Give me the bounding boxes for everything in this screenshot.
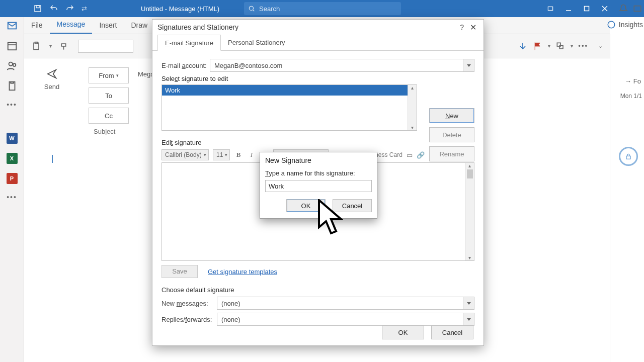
tab-draw[interactable]: Draw <box>124 17 154 34</box>
dialog-title: Signatures and Stationery <box>157 23 238 31</box>
signature-item-selected[interactable]: Work <box>162 85 417 96</box>
choose-default-label: Choose default signature <box>162 286 474 294</box>
to-button[interactable]: To <box>89 87 129 104</box>
email-account-label: E-mail account: <box>162 62 210 69</box>
delete-signature-button[interactable]: Delete <box>429 127 474 142</box>
scroll-up-icon[interactable]: ▴ <box>468 163 471 168</box>
search-placeholder: Search <box>259 5 280 13</box>
send-button[interactable]: Send <box>34 68 69 90</box>
new-signature-title: New Signature <box>260 152 377 166</box>
new-messages-label: New messages: <box>162 300 217 307</box>
email-account-select[interactable]: MeganB@contoso.com <box>210 59 474 72</box>
tags-chevron[interactable]: ▾ <box>571 43 573 49</box>
focused-toggle[interactable]: → Fo <box>625 77 641 85</box>
tab-insert[interactable]: Insert <box>92 17 124 34</box>
tab-file[interactable]: File <box>24 17 50 34</box>
excel-icon[interactable]: X <box>7 153 18 164</box>
body-caret <box>52 155 53 163</box>
svg-rect-0 <box>35 6 41 12</box>
qat-overflow-icon[interactable]: ⇄ <box>82 5 87 13</box>
paste-icon[interactable] <box>31 41 41 51</box>
cc-button[interactable]: Cc <box>89 108 129 124</box>
bold-button[interactable]: B <box>234 151 243 159</box>
chevron-down-icon <box>463 313 474 325</box>
send-icon <box>45 68 59 79</box>
window-title: Untitled - Message (HTML) <box>141 5 219 13</box>
people-icon[interactable] <box>7 60 18 71</box>
minimize-button[interactable] <box>559 0 578 17</box>
paste-chevron[interactable]: ▾ <box>49 43 52 49</box>
replies-select[interactable]: (none) <box>217 313 474 326</box>
ribbon-collapse-icon[interactable]: ⌄ <box>598 43 603 49</box>
word-icon[interactable]: W <box>7 133 18 144</box>
signature-name-input[interactable]: Work <box>265 180 372 192</box>
save-signature-button[interactable]: Save <box>162 265 198 278</box>
templates-link[interactable]: Get signature templates <box>208 268 277 276</box>
scroll-down-icon[interactable]: ▾ <box>468 255 471 260</box>
new-messages-select[interactable]: (none) <box>217 297 474 310</box>
svg-point-13 <box>13 63 16 66</box>
font-select[interactable] <box>78 40 133 53</box>
lock-icon <box>624 152 632 160</box>
ribbon-overflow-icon[interactable]: ••• <box>578 42 588 50</box>
undo-icon[interactable] <box>49 4 58 13</box>
svg-rect-8 <box>634 6 641 12</box>
window-icon[interactable] <box>633 4 642 13</box>
signature-list[interactable]: Work ▴▾ <box>162 84 417 131</box>
svg-rect-3 <box>548 7 552 11</box>
new-signature-prompt: Type a name for this signature: <box>260 166 377 178</box>
tab-message[interactable]: Message <box>50 16 93 34</box>
search-icon <box>248 5 255 12</box>
redo-icon[interactable] <box>65 4 74 13</box>
italic-button[interactable]: I <box>247 151 256 159</box>
close-button[interactable] <box>596 0 614 17</box>
scroll-thumb[interactable] <box>467 169 473 178</box>
flag-chevron[interactable]: ▾ <box>548 43 550 49</box>
scroll-up-icon[interactable]: ▴ <box>411 85 414 90</box>
powerpoint-icon[interactable]: P <box>7 173 18 184</box>
dialog-ok-button[interactable]: OK <box>382 325 424 339</box>
ribbon-display-icon[interactable] <box>541 0 559 17</box>
calendar-icon[interactable] <box>7 40 18 51</box>
tab-personal-stationery[interactable]: Personal Stationery <box>221 35 292 50</box>
svg-rect-1 <box>36 6 39 8</box>
maximize-button[interactable] <box>578 0 596 17</box>
picture-icon[interactable]: ▭ <box>407 151 413 159</box>
search-box[interactable]: Search <box>244 2 401 15</box>
save-icon[interactable] <box>33 4 42 13</box>
tab-email-signature[interactable]: E-mail Signature <box>157 35 221 51</box>
download-icon[interactable] <box>518 41 528 51</box>
svg-point-12 <box>9 62 12 66</box>
rename-signature-button[interactable]: Rename <box>429 146 474 161</box>
rail-overflow-icon[interactable]: ••• <box>7 101 17 109</box>
mail-icon[interactable] <box>7 20 18 31</box>
tags-icon[interactable] <box>555 41 566 51</box>
app-header-right <box>617 0 644 17</box>
font-family-select[interactable]: Calibri (Body)▾ <box>162 149 209 160</box>
insights-icon <box>607 20 616 29</box>
notification-icon[interactable] <box>619 4 628 13</box>
chevron-down-icon <box>463 297 474 309</box>
flag-icon[interactable] <box>533 41 543 51</box>
dialog-close-button[interactable]: ✕ <box>468 23 478 32</box>
dialog-help-button[interactable]: ? <box>456 23 468 31</box>
new-signature-button[interactable]: New <box>429 108 474 123</box>
scroll-down-icon[interactable]: ▾ <box>411 125 414 130</box>
date-label: Mon 1/1 <box>620 93 642 100</box>
ok-button[interactable]: OK <box>286 199 326 212</box>
dialog-cancel-button[interactable]: Cancel <box>431 325 473 339</box>
subject-label: Subject <box>89 128 129 135</box>
lock-badge <box>619 147 638 166</box>
tasks-icon[interactable] <box>7 80 18 92</box>
apps-overflow-icon[interactable]: ••• <box>7 193 17 201</box>
font-size-select[interactable]: 11▾ <box>213 149 230 160</box>
format-painter-icon[interactable] <box>60 41 70 51</box>
insights-button[interactable]: Insights <box>607 20 643 29</box>
svg-rect-20 <box>626 156 630 159</box>
svg-point-2 <box>249 6 253 10</box>
from-button[interactable]: From▾ <box>89 67 129 83</box>
edit-signature-label: Edit signature <box>162 139 474 146</box>
link-icon[interactable]: 🔗 <box>417 151 425 159</box>
cancel-button[interactable]: Cancel <box>333 199 372 212</box>
titlebar: ⇄ Untitled - Message (HTML) Search <box>0 0 644 17</box>
